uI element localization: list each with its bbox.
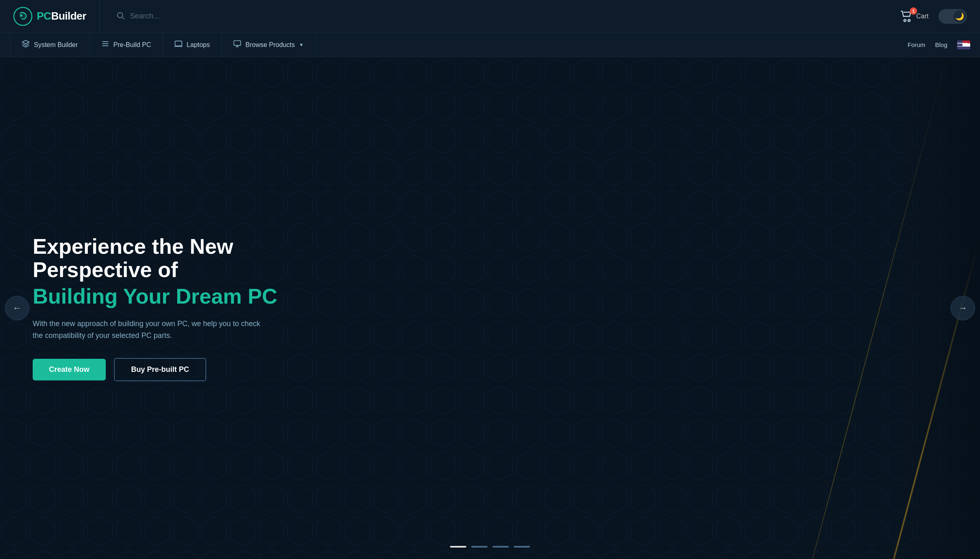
carousel-dots <box>450 546 530 548</box>
cart-badge: 1 <box>910 7 917 15</box>
carousel-next-button[interactable]: → <box>951 296 975 320</box>
hero-section: ← Experience the New Perspective of Buil… <box>0 57 980 559</box>
logo-icon <box>13 7 33 26</box>
browse-products-icon <box>233 40 241 50</box>
hero-buttons: Create Now Buy Pre-built PC <box>33 358 294 381</box>
nav-items: System Builder Pre-Build PC Laptops <box>10 33 895 57</box>
browse-products-dropdown-icon: ▼ <box>299 42 304 48</box>
carousel-dot-3[interactable] <box>492 546 509 548</box>
pre-build-icon <box>101 40 109 50</box>
cart-button[interactable]: 1 Cart <box>900 11 929 22</box>
svg-point-5 <box>908 19 910 21</box>
hero-title-white: Experience the New Perspective of <box>33 235 294 282</box>
nav-item-laptops[interactable]: Laptops <box>163 33 222 57</box>
search-icon <box>116 11 125 22</box>
browse-products-label: Browse Products <box>245 41 295 49</box>
nav-item-pre-build-pc[interactable]: Pre-Build PC <box>90 33 163 57</box>
create-now-button[interactable]: Create Now <box>33 359 106 380</box>
forum-link[interactable]: Forum <box>908 41 925 48</box>
dark-mode-toggle[interactable]: 🌙 <box>938 9 967 24</box>
blog-link[interactable]: Blog <box>935 41 947 48</box>
cart-label: Cart <box>916 13 929 20</box>
hero-title-green: Building Your Dream PC <box>33 285 294 308</box>
system-builder-icon <box>22 40 30 50</box>
carousel-dot-1[interactable] <box>450 546 466 548</box>
hero-content: Experience the New Perspective of Buildi… <box>0 202 327 414</box>
header: PCBuilder 1 Cart 🌙 <box>0 0 980 33</box>
logo-area: PCBuilder <box>13 0 100 32</box>
carousel-dot-2[interactable] <box>471 546 488 548</box>
carousel-dot-4[interactable] <box>514 546 530 548</box>
search-input[interactable] <box>130 12 884 20</box>
header-right: 1 Cart 🌙 <box>900 9 967 24</box>
svg-point-2 <box>118 12 123 18</box>
navbar: System Builder Pre-Build PC Laptops <box>0 33 980 57</box>
pre-build-label: Pre-Build PC <box>114 41 151 49</box>
svg-line-3 <box>122 17 125 19</box>
flag-stars: ★★★★★★★★★ <box>957 40 962 46</box>
buy-prebuilt-button[interactable]: Buy Pre-built PC <box>114 358 206 381</box>
laptops-icon <box>174 40 183 50</box>
svg-rect-9 <box>175 41 182 46</box>
flag-us-icon[interactable]: ★★★★★★★★★ <box>957 40 970 49</box>
nav-item-browse-products[interactable]: Browse Products ▼ <box>222 33 316 57</box>
logo-text: PCBuilder <box>37 10 86 22</box>
nav-right: Forum Blog ★★★★★★★★★ <box>895 33 970 57</box>
svg-point-1 <box>20 14 22 17</box>
svg-rect-11 <box>234 41 241 46</box>
system-builder-label: System Builder <box>34 41 78 49</box>
laptops-label: Laptops <box>187 41 210 49</box>
carousel-prev-button[interactable]: ← <box>5 296 29 320</box>
svg-point-4 <box>904 19 906 21</box>
dark-mode-knob: 🌙 <box>953 10 966 22</box>
nav-item-system-builder[interactable]: System Builder <box>10 33 90 57</box>
hero-description: With the new approach of building your o… <box>33 318 270 342</box>
search-area <box>109 11 890 22</box>
